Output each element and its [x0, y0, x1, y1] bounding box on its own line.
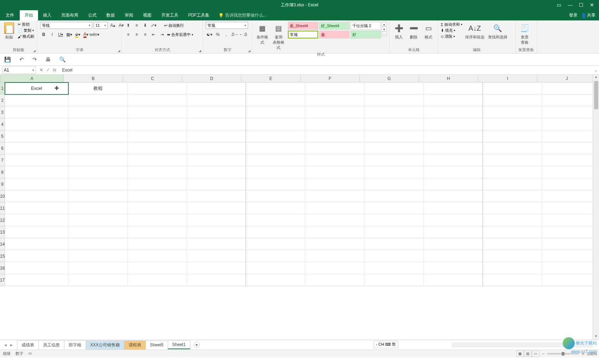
sheet-tab[interactable]: 成绩表: [17, 340, 39, 350]
cell-J15[interactable]: [542, 250, 593, 262]
page-layout-view-icon[interactable]: ▤: [524, 351, 532, 357]
cell-A6[interactable]: [5, 142, 68, 154]
share-button[interactable]: 👤 共享: [581, 12, 595, 18]
align-bottom-icon[interactable]: ⬇: [142, 22, 149, 29]
cell-I8[interactable]: [483, 166, 542, 178]
bold-button[interactable]: B: [40, 31, 47, 38]
cell-D15[interactable]: [187, 250, 246, 262]
col-header-F[interactable]: F: [301, 75, 360, 82]
cell-E17[interactable]: [246, 274, 305, 286]
cell-D3[interactable]: [187, 106, 246, 118]
cell-I7[interactable]: [483, 154, 542, 166]
cell-I2[interactable]: [483, 94, 542, 106]
cell-E13[interactable]: [246, 226, 305, 238]
row-header-5[interactable]: 5: [0, 130, 5, 142]
conditional-formatting-button[interactable]: ▦ 条件格式: [255, 22, 270, 46]
cell-A11[interactable]: [5, 202, 68, 214]
sheet-tab[interactable]: 田字格: [64, 340, 86, 350]
cell-B6[interactable]: [68, 142, 128, 154]
cell-A3[interactable]: [5, 106, 68, 118]
cell-H13[interactable]: [424, 226, 483, 238]
cell-E10[interactable]: [246, 190, 305, 202]
cell-A10[interactable]: [5, 190, 68, 202]
cell-G15[interactable]: [364, 250, 424, 262]
dialog-launcher-icon[interactable]: ◢: [33, 49, 36, 53]
ime-indicator[interactable]: ‹ CH ⌨ 简: [373, 341, 398, 348]
cell-G16[interactable]: [364, 262, 424, 274]
dialog-launcher-icon[interactable]: ◢: [118, 49, 120, 53]
cell-H15[interactable]: [424, 250, 483, 262]
cell-I17[interactable]: [483, 274, 542, 286]
phonetic-button[interactable]: wén▾: [91, 31, 98, 38]
cell-C9[interactable]: [128, 178, 187, 190]
fill-color-button[interactable]: ⬙▾: [74, 31, 81, 38]
cell-B8[interactable]: [68, 166, 128, 178]
print-preview-icon[interactable]: 🔍: [59, 56, 66, 63]
align-left-icon[interactable]: ≡: [125, 31, 132, 38]
style-bad[interactable]: 差: [319, 31, 350, 38]
cell-C13[interactable]: [128, 226, 187, 238]
cell-G17[interactable]: [364, 274, 424, 286]
cell-A2[interactable]: [5, 94, 68, 106]
gallery-more-icon[interactable]: ⋯: [382, 32, 387, 37]
row-header-11[interactable]: 11: [0, 202, 5, 214]
cell-B10[interactable]: [68, 190, 128, 202]
col-header-B[interactable]: B: [64, 75, 123, 82]
cell-I14[interactable]: [483, 238, 542, 250]
cell-C11[interactable]: [128, 202, 187, 214]
cell-J9[interactable]: [542, 178, 593, 190]
cell-B9[interactable]: [68, 178, 128, 190]
underline-button[interactable]: U▾: [57, 31, 64, 38]
cell-C16[interactable]: [128, 262, 187, 274]
cell-G14[interactable]: [364, 238, 424, 250]
align-center-icon[interactable]: ≡: [133, 31, 140, 38]
row-header-17[interactable]: 17: [0, 274, 5, 286]
expand-formula-bar-icon[interactable]: ⌄: [593, 68, 599, 73]
cell-E2[interactable]: [246, 94, 305, 106]
orientation-icon[interactable]: ⤢▾: [150, 22, 157, 29]
scroll-thumb[interactable]: [594, 81, 598, 109]
cell-E15[interactable]: [246, 250, 305, 262]
cell-G5[interactable]: [364, 130, 424, 142]
cell-G3[interactable]: [364, 106, 424, 118]
tab-review[interactable]: 审阅: [120, 10, 138, 20]
cell-B16[interactable]: [68, 262, 128, 274]
style-good-sheet4[interactable]: 好_Sheet4: [319, 22, 350, 30]
cell-C12[interactable]: [128, 214, 187, 226]
font-name-combo[interactable]: 等线▾: [40, 22, 92, 29]
cell-A13[interactable]: [5, 226, 68, 238]
cell-C15[interactable]: [128, 250, 187, 262]
cell-B13[interactable]: [68, 226, 128, 238]
cell-G12[interactable]: [364, 214, 424, 226]
maximize-icon[interactable]: ☐: [579, 2, 583, 8]
increase-decimal-icon[interactable]: .0→: [231, 31, 238, 38]
cell-H2[interactable]: [424, 94, 483, 106]
cell-G7[interactable]: [364, 154, 424, 166]
copy-button[interactable]: 📄复制▾: [18, 28, 34, 33]
row-header-9[interactable]: 9: [0, 178, 5, 190]
autosum-button[interactable]: Σ自动求和▾: [441, 22, 462, 27]
cell-D8[interactable]: [187, 166, 246, 178]
tab-pdf-tools[interactable]: PDF工具集: [183, 10, 214, 20]
cell-D6[interactable]: [187, 142, 246, 154]
paste-button[interactable]: 粘贴: [3, 22, 16, 41]
row-header-7[interactable]: 7: [0, 154, 5, 166]
cell-E3[interactable]: [246, 106, 305, 118]
cell-E9[interactable]: [246, 178, 305, 190]
cell-D9[interactable]: [187, 178, 246, 190]
cell-J2[interactable]: [542, 94, 593, 106]
cell-G2[interactable]: [364, 94, 424, 106]
close-icon[interactable]: ✕: [590, 2, 594, 8]
cell-J1[interactable]: [542, 82, 593, 94]
sheet-tab[interactable]: 员工信息: [38, 340, 64, 350]
tab-data[interactable]: 数据: [101, 10, 120, 20]
cell-B12[interactable]: [68, 214, 128, 226]
cell-J12[interactable]: [542, 214, 593, 226]
cell-E6[interactable]: [246, 142, 305, 154]
cell-B5[interactable]: [68, 130, 128, 142]
cell-F9[interactable]: [305, 178, 364, 190]
cell-D7[interactable]: [187, 154, 246, 166]
cell-C10[interactable]: [128, 190, 187, 202]
zoom-out-icon[interactable]: −: [542, 352, 544, 356]
cell-D16[interactable]: [187, 262, 246, 274]
